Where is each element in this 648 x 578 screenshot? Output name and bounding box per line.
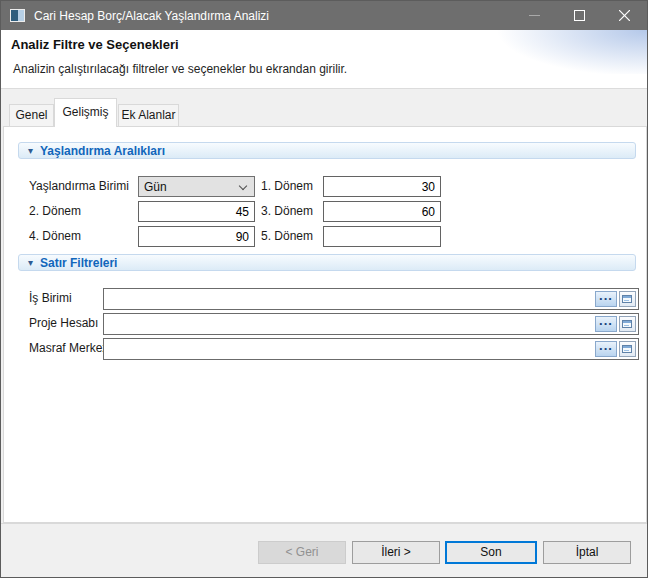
open-list-button[interactable] — [619, 316, 636, 332]
list-window-icon — [622, 320, 632, 328]
period-2-input[interactable] — [138, 201, 255, 222]
period-4-label: 4. Dönem — [29, 226, 81, 247]
period-5-input[interactable] — [323, 226, 441, 247]
project-account-label: Proje Hesabı — [29, 313, 98, 334]
titlebar[interactable]: Cari Hesap Borç/Alacak Yaşlandırma Anali… — [1, 1, 647, 30]
group-title: Yaşlandırma Aralıkları — [40, 144, 165, 158]
open-list-button[interactable] — [619, 291, 636, 307]
collapse-triangle-icon: ▾ — [28, 146, 33, 156]
maximize-icon[interactable] — [557, 1, 602, 30]
list-window-icon — [622, 345, 632, 353]
group-title: Satır Filtreleri — [40, 256, 117, 270]
period-1-input[interactable] — [323, 176, 441, 197]
next-button[interactable]: İleri > — [352, 541, 440, 564]
group-header-aging-intervals[interactable]: ▾ Yaşlandırma Aralıkları — [18, 142, 636, 159]
period-4-input[interactable] — [138, 226, 255, 247]
minimize-icon — [512, 1, 557, 30]
list-window-icon — [622, 295, 632, 303]
header-wisp-decoration — [472, 30, 647, 74]
wizard-footer: < Geri İleri > Son İptal — [1, 523, 647, 578]
back-button: < Geri — [258, 541, 346, 564]
period-3-input[interactable] — [323, 201, 441, 222]
close-icon[interactable] — [602, 1, 647, 30]
browse-ellipsis-button[interactable]: ... — [595, 316, 617, 332]
page-subtitle: Analizin çalıştırılacağı filtreler ve se… — [13, 62, 347, 76]
cost-center-label: Masraf Merkezi — [29, 338, 111, 359]
period-1-label: 1. Dönem — [261, 176, 313, 197]
period-3-label: 3. Dönem — [261, 201, 313, 222]
page-title: Analiz Filtre ve Seçenekleri — [11, 37, 179, 52]
period-2-label: 2. Dönem — [29, 201, 81, 222]
browse-ellipsis-button[interactable]: ... — [595, 291, 617, 307]
aging-unit-combobox[interactable]: Gün — [138, 176, 255, 197]
tab-page-content: ▾ Yaşlandırma Aralıkları Yaşlandırma Bir… — [3, 126, 647, 523]
aging-unit-label: Yaşlandırma Birimi — [29, 176, 129, 197]
collapse-triangle-icon: ▾ — [28, 258, 33, 268]
business-unit-field[interactable]: ... — [103, 288, 639, 310]
open-list-button[interactable] — [619, 341, 636, 357]
caption-buttons — [512, 1, 647, 30]
window-title: Cari Hesap Borç/Alacak Yaşlandırma Anali… — [34, 9, 269, 23]
dialog-window: Cari Hesap Borç/Alacak Yaşlandırma Anali… — [0, 0, 648, 578]
period-5-label: 5. Dönem — [261, 226, 313, 247]
tab-genel[interactable]: Genel — [9, 104, 54, 126]
group-header-row-filters[interactable]: ▾ Satır Filtreleri — [18, 254, 636, 271]
browse-ellipsis-button[interactable]: ... — [595, 341, 617, 357]
cost-center-field[interactable]: ... — [103, 338, 639, 360]
project-account-field[interactable]: ... — [103, 313, 639, 335]
tab-ek-alanlar[interactable]: Ek Alanlar — [118, 104, 179, 126]
finish-button[interactable]: Son — [445, 541, 537, 564]
app-icon — [10, 9, 25, 22]
tab-gelismis[interactable]: Gelişmiş — [54, 98, 117, 127]
wizard-header: Analiz Filtre ve Seçenekleri Analizin ça… — [1, 30, 647, 89]
business-unit-label: İş Birimi — [29, 288, 72, 309]
cancel-button[interactable]: İptal — [543, 541, 631, 564]
chevron-down-icon — [239, 182, 247, 190]
aging-unit-value: Gün — [144, 180, 167, 194]
